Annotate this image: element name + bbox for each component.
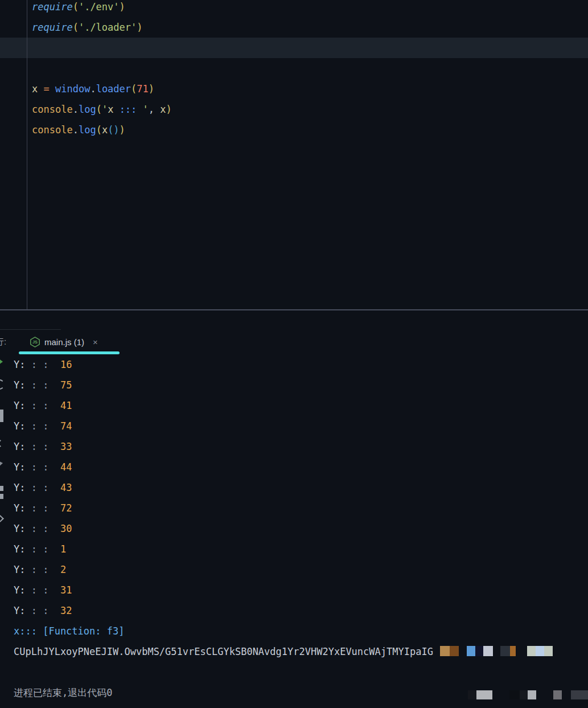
code-token: log: [79, 104, 96, 115]
toolbar-icon-fragment[interactable]: [0, 486, 3, 491]
output-value: 2: [60, 564, 66, 575]
output-separators: : :: [25, 482, 48, 493]
code-token: './loader': [79, 22, 137, 33]
code-token: .: [90, 83, 96, 95]
console-row: CUpLhJYLxoyPNeEJIW.OwvbMS/G51vrEsCLGYkSB…: [0, 641, 588, 662]
code-token: 71: [137, 83, 148, 95]
editor-pane[interactable]: require('./env')require('./loader')x = w…: [0, 0, 588, 309]
tab-title: main.js (1): [44, 337, 84, 347]
output-gap: [48, 420, 60, 432]
emoji-block: [571, 690, 588, 699]
svg-text:JS: JS: [32, 339, 38, 345]
code-token: ): [120, 1, 125, 13]
code-token: (: [131, 83, 137, 95]
output-label: Y:: [14, 379, 25, 391]
emoji-block: [450, 646, 459, 656]
output-gap: [48, 523, 60, 534]
output-gap: [48, 584, 60, 596]
output-value: 30: [60, 523, 72, 534]
console-row: [0, 662, 588, 682]
output-value: 1: [60, 543, 66, 555]
output-label: Y:: [14, 564, 25, 575]
editor-line[interactable]: require('./loader'): [0, 17, 588, 38]
output-value: 31: [60, 584, 72, 596]
console-row: Y: : : 1: [0, 539, 588, 559]
emoji-block: [528, 690, 536, 699]
output-text: CUpLhJYLxoyPNeEJIW.OwvbMS/G51vrEsCLGYkSB…: [14, 646, 433, 657]
output-separators: : :: [25, 379, 48, 391]
code-token: [137, 104, 142, 115]
output-text: 进程已结束,退出代码0: [14, 687, 112, 698]
code-area[interactable]: require('./env')require('./loader')x = w…: [0, 0, 588, 140]
output-separators: : :: [25, 584, 48, 596]
run-tab[interactable]: JS main.js (1) ×: [30, 329, 98, 354]
output-value: 43: [60, 482, 72, 493]
console-row: Y: : : 43: [0, 477, 588, 498]
output-separators: : :: [25, 523, 48, 534]
console-row: Y: : : 74: [0, 416, 588, 436]
output-label: Y:: [14, 523, 25, 534]
toolbar-stop-icon-fragment[interactable]: [0, 410, 3, 422]
output-value: 44: [60, 461, 72, 473]
output-gap: [48, 564, 60, 575]
output-gap: [48, 400, 60, 411]
emoji-block: [527, 646, 536, 656]
code-token: (: [96, 124, 102, 136]
editor-line[interactable]: console.log(x()): [0, 120, 588, 140]
output-gap: [48, 359, 60, 370]
editor-console-divider[interactable]: [0, 309, 588, 310]
output-gap: [48, 441, 60, 452]
tab-close-icon[interactable]: ×: [93, 337, 98, 347]
code-token: window: [55, 83, 90, 95]
code-token: (): [108, 124, 119, 136]
emoji-block: [544, 646, 553, 656]
output-label: Y:: [14, 605, 25, 616]
emoji-block: [500, 646, 510, 656]
console-row: Y: : : 72: [0, 498, 588, 518]
output-label: Y:: [14, 584, 25, 596]
output-label: Y:: [14, 359, 25, 370]
code-token: x: [108, 104, 113, 115]
toolbar-icon-fragment[interactable]: [0, 494, 3, 499]
emoji-block: [536, 646, 544, 656]
code-token: (: [73, 1, 79, 13]
code-token: require: [32, 22, 73, 33]
emoji-block: [483, 646, 493, 656]
output-gap: [48, 605, 60, 616]
editor-line[interactable]: console.log('x ::: ', x): [0, 99, 588, 120]
console-row: Y: : : 30: [0, 518, 588, 539]
output-text: x::: [Function: f3]: [14, 625, 124, 637]
emoji-block: [440, 646, 450, 656]
emoji-block: [510, 646, 516, 656]
code-token: ): [137, 22, 142, 33]
code-token: ): [166, 104, 172, 115]
toolbar-icon-fragment[interactable]: [0, 461, 3, 467]
output-label: Y:: [14, 441, 25, 452]
output-value: 33: [60, 441, 72, 452]
output-label: Y:: [14, 482, 25, 493]
console-row: Y: : : 16: [0, 354, 588, 375]
editor-line[interactable]: [0, 58, 588, 79]
emoji-block: [509, 690, 520, 699]
toolbar-rerun-icon-fragment[interactable]: [0, 358, 3, 365]
output-separators: : :: [25, 564, 48, 575]
console-row: Y: : : 75: [0, 375, 588, 395]
code-token: [113, 104, 119, 115]
console-row: Y: : : 44: [0, 457, 588, 477]
editor-line[interactable]: x = window.loader(71): [0, 79, 588, 99]
code-token: loader: [96, 83, 131, 95]
output-label: Y:: [14, 543, 25, 555]
output-separators: : :: [25, 502, 48, 514]
output-separators: : :: [25, 400, 48, 411]
code-token: .: [73, 124, 79, 136]
console-row: Y: : : 32: [0, 600, 588, 621]
output-gap: [48, 379, 60, 391]
output-label: Y:: [14, 420, 25, 432]
code-token: console: [32, 104, 73, 115]
output-gap: [48, 482, 60, 493]
output-label: Y:: [14, 461, 25, 473]
run-tab-bar: 行: JS main.js (1) ×: [0, 329, 588, 354]
code-token: './env': [79, 1, 120, 13]
editor-line[interactable]: require('./env'): [0, 0, 588, 17]
editor-current-line[interactable]: [0, 38, 588, 58]
